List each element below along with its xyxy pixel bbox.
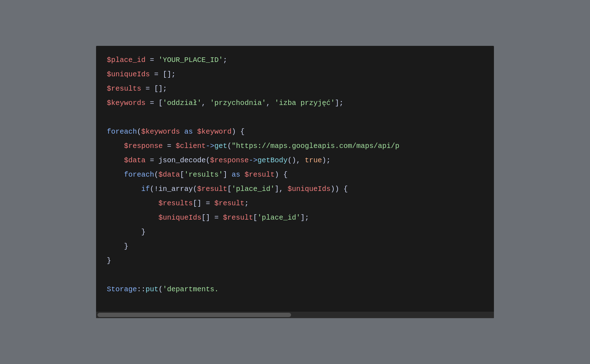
- token-paren: )): [330, 182, 339, 196]
- code-line: $results = [];: [96, 82, 494, 96]
- token-string: 'departments.: [163, 282, 219, 297]
- token-string: 'przychodnia': [210, 96, 266, 110]
- code-line: $uniqueIds = [];: [96, 67, 494, 82]
- token-method: put: [146, 282, 158, 297]
- token-string: 'place_id': [232, 182, 275, 196]
- token-comma: ,: [266, 96, 275, 110]
- token-semicolon: ;: [339, 96, 343, 110]
- token-comma: ,: [296, 153, 305, 168]
- code-line: }: [96, 254, 494, 268]
- code-line: foreach($keywords as $keyword) {: [96, 125, 494, 139]
- code-content: $place_id = 'YOUR_PLACE_ID';$uniqueIds =…: [96, 46, 494, 304]
- token-plain: !: [154, 182, 158, 196]
- token-operator: =: [201, 196, 214, 211]
- token-paren: (: [227, 139, 232, 153]
- token-variable: $results: [107, 82, 141, 96]
- code-line: [96, 110, 494, 125]
- token-variable: $uniqueIds: [287, 182, 330, 196]
- token-keyword: foreach: [107, 125, 137, 139]
- token-plain: }: [141, 225, 146, 239]
- token-semicolon: ;: [244, 196, 249, 211]
- token-plain: [240, 168, 244, 182]
- token-plain: {: [279, 168, 287, 182]
- code-line: }: [96, 225, 494, 239]
- token-comma: ,: [279, 182, 287, 196]
- token-variable: $result: [223, 211, 253, 225]
- token-operator: =: [146, 53, 158, 67]
- token-bracket: ]: [275, 182, 279, 196]
- token-bracket: ]: [223, 168, 227, 182]
- token-semicolon: ;: [223, 53, 227, 67]
- horizontal-scrollbar[interactable]: [96, 312, 494, 318]
- token-function: json_decode: [158, 153, 206, 168]
- token-operator: =: [146, 153, 158, 168]
- token-variable: $response: [210, 153, 249, 168]
- code-line: [96, 268, 494, 282]
- token-method: get: [214, 139, 227, 153]
- token-variable: $client: [176, 139, 206, 153]
- token-plain: }: [124, 239, 128, 254]
- token-plain: [193, 125, 197, 139]
- token-variable: $keywords: [141, 125, 180, 139]
- code-line: foreach($data['results'] as $result) {: [96, 168, 494, 182]
- scrollbar-thumb[interactable]: [97, 313, 291, 317]
- token-class: Storage: [107, 282, 137, 297]
- code-line: }: [96, 239, 494, 254]
- token-semicolon: ;: [305, 211, 309, 225]
- token-plain: {: [236, 125, 244, 139]
- code-line: $data = json_decode($response->getBody()…: [96, 153, 494, 168]
- token-paren: ): [275, 168, 279, 182]
- token-paren: ): [322, 153, 326, 168]
- token-string: 'place_id': [257, 211, 300, 225]
- token-variable: $uniqueIds: [107, 67, 150, 82]
- token-paren: (: [206, 153, 210, 168]
- token-semicolon: ;: [326, 153, 330, 168]
- token-paren: (): [287, 153, 296, 168]
- token-variable: $response: [124, 139, 163, 153]
- token-plain: }: [107, 254, 111, 268]
- token-plain: {: [339, 182, 348, 196]
- code-line: $place_id = 'YOUR_PLACE_ID';: [96, 53, 494, 67]
- token-semicolon: ;: [171, 67, 176, 82]
- token-variable: $result: [197, 182, 227, 196]
- token-arrow: ->: [206, 139, 214, 153]
- code-line: if(!in_array($result['place_id'], $uniqu…: [96, 182, 494, 196]
- token-comma: ,: [201, 96, 210, 110]
- token-bracket: []: [201, 211, 210, 225]
- token-paren: ): [232, 125, 236, 139]
- token-operator: =: [163, 139, 176, 153]
- token-paren: (: [193, 182, 197, 196]
- token-plain: [180, 125, 184, 139]
- token-bracket: [: [180, 168, 184, 182]
- token-string: 'izba przyjęć': [275, 96, 335, 110]
- token-keyword: if: [141, 182, 150, 196]
- token-variable: $data: [124, 153, 146, 168]
- token-bracket: [: [253, 211, 257, 225]
- token-variable: $uniqueIds: [158, 211, 201, 225]
- token-operator: =: [150, 67, 163, 82]
- token-keyword: foreach: [124, 168, 154, 182]
- token-method: getBody: [257, 153, 287, 168]
- token-variable: $keywords: [107, 96, 146, 110]
- token-bracket: ]: [335, 96, 339, 110]
- code-line: $keywords = ['oddział', 'przychodnia', '…: [96, 96, 494, 110]
- code-line: $uniqueIds[] = $result['place_id'];: [96, 211, 494, 225]
- token-string: 'results': [184, 168, 223, 182]
- token-string: 'oddział': [163, 96, 201, 110]
- token-bracket: []: [193, 196, 201, 211]
- token-keyword: as: [232, 168, 240, 182]
- token-paren: (: [154, 168, 158, 182]
- token-variable: $result: [214, 196, 244, 211]
- token-paren: (: [158, 282, 163, 297]
- token-function: in_array: [158, 182, 193, 196]
- token-true: true: [305, 153, 322, 168]
- code-line: $results[] = $result;: [96, 196, 494, 211]
- token-keyword: as: [184, 125, 193, 139]
- token-bracket: ]: [300, 211, 305, 225]
- token-bracket: []: [154, 82, 163, 96]
- token-paren: (: [150, 182, 154, 196]
- token-arrow: ->: [249, 153, 257, 168]
- token-string: "https://maps.googleapis.com/maps/api/p: [232, 139, 399, 153]
- token-bracket: []: [163, 67, 171, 82]
- token-semicolon: ;: [163, 82, 167, 96]
